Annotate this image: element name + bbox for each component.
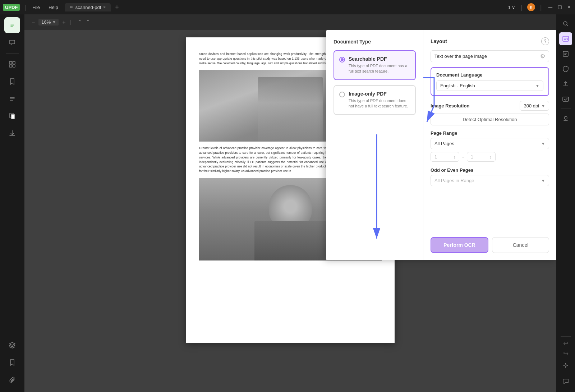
page-from-input[interactable]: 1 ↕ [431,152,459,162]
tab-close-icon[interactable]: × [103,5,106,10]
image-resolution-title: Image Resolution [431,103,469,109]
titlebar-divider: | [25,4,27,11]
user-avatar[interactable]: h [527,3,535,11]
sidebar-bottom [4,337,20,392]
undo-icon[interactable]: ↩ [563,340,569,347]
searchable-pdf-desc: This type of PDF document has a full tex… [349,63,410,74]
searchable-pdf-option[interactable]: Searchable PDF This type of PDF document… [334,50,416,80]
perform-ocr-button[interactable]: Perform OCR [431,237,488,253]
svg-rect-1 [9,61,12,64]
sidebar-item-list[interactable] [4,91,20,107]
svg-rect-4 [13,65,15,67]
cancel-button[interactable]: Cancel [492,237,549,253]
zoom-in-button[interactable]: + [61,18,67,26]
active-tab[interactable]: ✏ scanned-pdf × [65,3,111,11]
page-range-inputs: 1 ↕ - 1 ↕ [431,152,549,162]
menu-file[interactable]: File [29,3,43,11]
nav-buttons: ⌃ ⌃ [77,19,90,26]
page-from-stepper[interactable]: ↕ [454,155,456,159]
tab-edit-icon: ✏ [70,5,73,10]
sidebar-item-bookmarks[interactable] [4,74,20,89]
all-pages-value: All Pages [434,141,541,146]
svg-rect-6 [11,114,15,119]
action-buttons: Perform OCR Cancel [431,237,549,253]
odd-even-value: All Pages in Range [434,178,541,183]
sidebar-item-bookmark[interactable] [4,355,20,370]
right-sidebar-check[interactable] [559,93,572,106]
layout-settings-icon[interactable]: ⚙ [540,53,545,60]
nav-first-button[interactable]: ⌃ [77,19,82,26]
svg-rect-3 [9,65,12,67]
sidebar-item-layers[interactable] [4,337,20,353]
nav-prev-button[interactable]: ⌃ [86,19,90,26]
page-range-container: Page Range All Pages ▼ 1 ↕ - 1 ↕ [431,130,549,162]
image-resolution-row: Image Resolution 300 dpi ▼ [431,101,549,111]
ocr-panel: Document Type Searchable PDF This type o… [326,30,556,260]
image-only-pdf-radio[interactable] [339,92,345,97]
all-pages-arrow: ▼ [541,142,545,146]
right-sidebar-stamp[interactable] [559,112,572,125]
dpi-arrow: ▼ [541,104,545,108]
sidebar-item-edit[interactable] [4,17,20,33]
page-range-dash: - [462,154,464,160]
sidebar-item-paperclip[interactable] [4,372,20,388]
redo-icon[interactable]: ↪ [563,350,569,358]
page-range-title: Page Range [431,130,549,136]
right-sidebar-magic[interactable] [559,360,572,373]
maximize-button[interactable]: □ [557,4,563,10]
image-only-pdf-desc: This type of PDF document does not have … [349,98,410,109]
document-type-title: Document Type [334,39,416,45]
zoom-dropdown-arrow[interactable]: ▼ [52,20,56,24]
left-sidebar [0,14,24,392]
help-icon: ? [544,39,547,44]
page-indicator[interactable]: 1 ∨ [508,5,515,10]
detect-resolution-button[interactable]: Detect Optimal Resolution [431,114,549,125]
page-to-input[interactable]: 1 ↕ [467,152,496,162]
titlebar: UPDF | File Help ✏ scanned-pdf × + 1 ∨ |… [0,0,575,14]
svg-rect-2 [13,61,15,64]
right-sidebar-ocr[interactable] [559,32,572,45]
dpi-value: 300 dpi [524,103,539,109]
zoom-value-display[interactable]: 16% ▼ [38,19,59,26]
all-pages-select[interactable]: All Pages ▼ [431,138,549,149]
searchable-pdf-content: Searchable PDF This type of PDF document… [349,56,410,74]
right-sidebar-chat[interactable] [559,375,572,388]
add-tab-button[interactable]: + [113,4,121,11]
close-button[interactable]: × [566,4,572,10]
right-sidebar-convert[interactable] [559,47,572,60]
layout-select[interactable]: Text over the page image ⚙ [431,50,549,62]
right-sidebar: ↩ ↪ [556,14,575,392]
searchable-pdf-radio[interactable] [339,57,345,63]
dpi-select[interactable]: 300 dpi ▼ [520,101,549,111]
right-sidebar-divider-1 [561,109,571,109]
layout-header: Layout ? [431,37,549,45]
image-only-pdf-label: Image-only PDF [349,91,410,97]
right-sidebar-protect[interactable] [559,63,572,75]
searchable-pdf-label: Searchable PDF [349,56,410,62]
layout-value: Text over the page image [434,54,537,59]
image-resolution-container: Image Resolution 300 dpi ▼ Detect Optima… [431,101,549,125]
page-to-value: 1 [471,154,473,160]
minimize-button[interactable]: ─ [547,4,554,10]
odd-even-select[interactable]: All Pages in Range ▼ [431,175,549,186]
right-sidebar-share[interactable] [559,78,572,91]
toolbar: − 16% ▼ + | ⌃ ⌃ [24,14,556,30]
document-language-title: Document Language [436,72,543,78]
image-only-pdf-option[interactable]: Image-only PDF This type of PDF document… [334,85,416,115]
titlebar-right: 1 ∨ | h | ─ □ × [508,3,572,11]
right-sidebar-search[interactable] [559,17,572,30]
image-only-pdf-content: Image-only PDF This type of PDF document… [349,91,410,109]
zoom-control: − 16% ▼ + [30,18,67,26]
sidebar-item-pages[interactable] [4,108,20,124]
sidebar-item-export[interactable] [4,125,20,141]
language-select[interactable]: English - English ▼ [436,80,543,91]
sidebar-item-comment[interactable] [4,34,20,50]
layout-title: Layout [431,38,447,44]
sidebar-item-thumbnails[interactable] [4,56,20,72]
odd-even-title: Odd or Even Pages [431,167,549,173]
zoom-out-button[interactable]: − [30,18,36,26]
page-to-stepper[interactable]: ↕ [489,155,492,159]
svg-point-11 [564,116,567,119]
menu-help[interactable]: Help [45,3,62,11]
help-button[interactable]: ? [541,37,549,45]
